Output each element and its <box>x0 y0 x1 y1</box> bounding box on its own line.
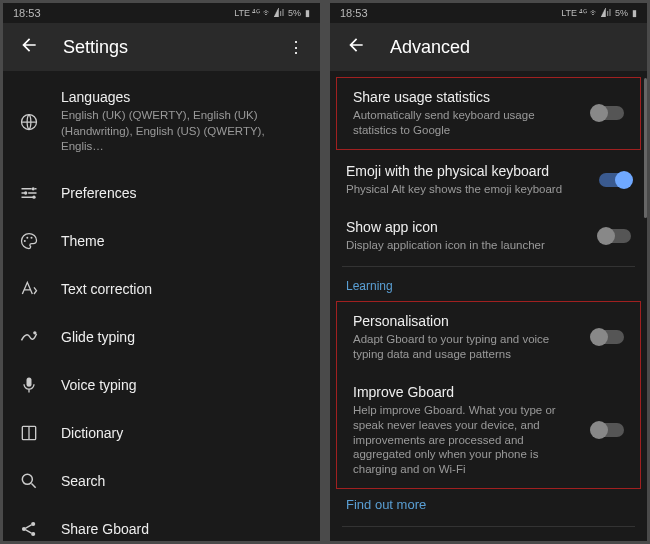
item-sub: Display application icon in the launcher <box>346 238 587 253</box>
svg-point-3 <box>32 195 35 198</box>
toggle-switch[interactable] <box>599 173 631 187</box>
book-icon <box>19 423 39 443</box>
svg-point-5 <box>26 236 28 238</box>
divider <box>342 526 635 527</box>
svg-point-1 <box>32 187 35 190</box>
item-label: Theme <box>61 233 304 249</box>
setting-personalisation[interactable]: PersonalisationAdapt Gboard to your typi… <box>337 302 640 373</box>
svg-point-10 <box>22 474 32 484</box>
item-label: Dictionary <box>61 425 304 441</box>
toggle-switch[interactable] <box>599 229 631 243</box>
share-icon <box>19 519 39 539</box>
status-time: 18:53 <box>340 7 368 19</box>
item-sub: English (UK) (QWERTY), English (UK) (Han… <box>61 108 304 155</box>
settings-item-preferences[interactable]: Preferences <box>3 169 320 217</box>
header: Advanced <box>330 23 647 71</box>
toggle-switch[interactable] <box>592 330 624 344</box>
section-title: Learning <box>330 269 647 299</box>
item-label: Glide typing <box>61 329 304 345</box>
setting-improve-gboard[interactable]: Improve GboardHelp improve Gboard. What … <box>337 373 640 489</box>
settings-item-search[interactable]: Search <box>3 457 320 505</box>
item-label: Share Gboard <box>61 521 304 537</box>
setting-emoji-with-the-physical-keyboard[interactable]: Emoji with the physical keyboardPhysical… <box>330 152 647 208</box>
item-label: Show app icon <box>346 219 587 235</box>
toggle-switch[interactable] <box>592 106 624 120</box>
advanced-list: Share usage statisticsAutomatically send… <box>330 71 647 541</box>
page-title: Settings <box>63 37 264 58</box>
item-label: Personalisation <box>353 313 580 329</box>
svg-rect-8 <box>27 377 32 386</box>
status-time: 18:53 <box>13 7 41 19</box>
overflow-menu-icon[interactable]: ⋮ <box>288 38 304 57</box>
toggle-switch[interactable] <box>592 423 624 437</box>
palette-icon <box>19 231 39 251</box>
svg-point-4 <box>24 240 26 242</box>
settings-item-voice-typing[interactable]: Voice typing <box>3 361 320 409</box>
page-title: Advanced <box>390 37 631 58</box>
item-sub: Help improve Gboard. What you type or sp… <box>353 403 580 478</box>
highlight-box: PersonalisationAdapt Gboard to your typi… <box>336 301 641 490</box>
svg-point-7 <box>33 331 36 334</box>
setting-delete-learned-words-and-data[interactable]: Delete learned words and dataClear all d… <box>330 529 647 541</box>
item-label: Improve Gboard <box>353 384 580 400</box>
status-indicators: LTE ⁴ᴳ ᯤ ◢ıl 5% ▮ <box>561 8 637 18</box>
text-icon <box>19 279 39 299</box>
svg-point-2 <box>24 191 27 194</box>
settings-item-dictionary[interactable]: Dictionary <box>3 409 320 457</box>
item-label: Text correction <box>61 281 304 297</box>
header: Settings ⋮ <box>3 23 320 71</box>
item-label: Voice typing <box>61 377 304 393</box>
item-sub: Automatically send keyboard usage statis… <box>353 108 580 138</box>
item-sub: Adapt Gboard to your typing and voice ty… <box>353 332 580 362</box>
settings-item-glide-typing[interactable]: Glide typing <box>3 313 320 361</box>
settings-item-theme[interactable]: Theme <box>3 217 320 265</box>
back-icon[interactable] <box>19 35 39 60</box>
sliders-icon <box>19 183 39 203</box>
globe-icon <box>19 112 39 132</box>
settings-item-share-gboard[interactable]: Share Gboard <box>3 505 320 541</box>
settings-screen: 18:53 LTE ⁴ᴳ ᯤ ◢ıl 5% ▮ Settings ⋮ Langu… <box>3 3 320 541</box>
setting-show-app-icon[interactable]: Show app iconDisplay application icon in… <box>330 208 647 264</box>
status-bar: 18:53 LTE ⁴ᴳ ᯤ ◢ıl 5% ▮ <box>3 3 320 23</box>
item-label: Search <box>61 473 304 489</box>
item-label: Share usage statistics <box>353 89 580 105</box>
scrollbar[interactable] <box>644 78 647 218</box>
settings-list: LanguagesEnglish (UK) (QWERTY), English … <box>3 71 320 541</box>
item-label: Delete learned words and data <box>346 540 631 541</box>
item-sub: Physical Alt key shows the emoji keyboar… <box>346 182 587 197</box>
item-label: Emoji with the physical keyboard <box>346 163 587 179</box>
item-label: Languages <box>61 89 304 105</box>
setting-share-usage-statistics[interactable]: Share usage statisticsAutomatically send… <box>337 78 640 149</box>
settings-item-text-correction[interactable]: Text correction <box>3 265 320 313</box>
svg-point-6 <box>31 236 33 238</box>
status-indicators: LTE ⁴ᴳ ᯤ ◢ıl 5% ▮ <box>234 8 310 18</box>
highlight-box: Share usage statisticsAutomatically send… <box>336 77 641 150</box>
advanced-screen: 18:53 LTE ⁴ᴳ ᯤ ◢ıl 5% ▮ Advanced Share u… <box>330 3 647 541</box>
settings-item-languages[interactable]: LanguagesEnglish (UK) (QWERTY), English … <box>3 75 320 169</box>
status-bar: 18:53 LTE ⁴ᴳ ᯤ ◢ıl 5% ▮ <box>330 3 647 23</box>
glide-icon <box>19 327 39 347</box>
back-icon[interactable] <box>346 35 366 60</box>
item-label: Preferences <box>61 185 304 201</box>
mic-icon <box>19 375 39 395</box>
find-out-more-link[interactable]: Find out more <box>330 491 647 524</box>
divider <box>342 266 635 267</box>
search-icon <box>19 471 39 491</box>
